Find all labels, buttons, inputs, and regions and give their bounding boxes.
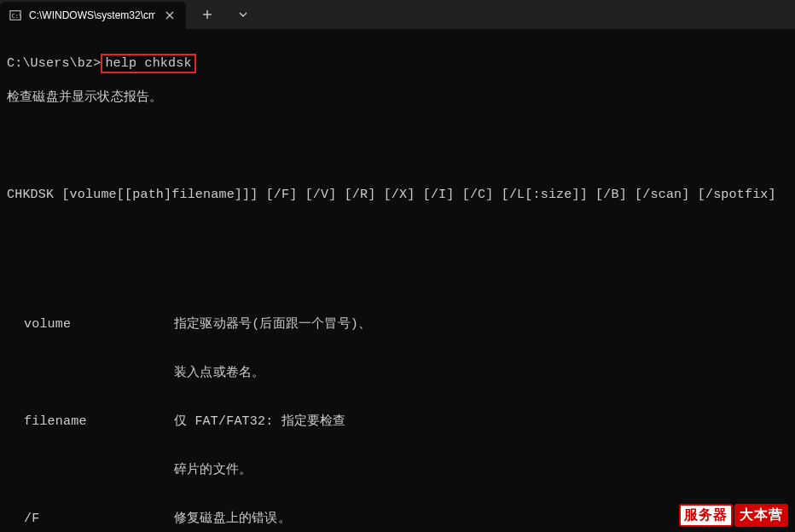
option-row: filename仅 FAT/FAT32: 指定要检查	[24, 413, 788, 430]
prompt-path: C:\Users\bz>	[7, 55, 101, 72]
option-row: /F修复磁盘上的错误。	[24, 511, 788, 527]
prompt-line: C:\Users\bz>help chkdsk	[7, 54, 788, 73]
option-name: /F	[24, 511, 174, 527]
new-tab-button[interactable]	[194, 2, 220, 27]
command-highlight: help chkdsk	[101, 54, 195, 73]
option-row: volume指定驱动器号(后面跟一个冒号)、	[24, 316, 788, 332]
prompt-command: help chkdsk	[105, 56, 191, 71]
option-table: volume指定驱动器号(后面跟一个冒号)、 装入点或卷名。 filename仅…	[7, 284, 788, 532]
description-line: 检查磁盘并显示状态报告。	[7, 90, 788, 106]
active-tab[interactable]: C:\ C:\WINDOWS\system32\cmd.	[0, 2, 186, 29]
tab-actions	[186, 0, 256, 29]
option-desc: 指定驱动器号(后面跟一个冒号)、	[174, 316, 788, 332]
terminal-output[interactable]: C:\Users\bz>help chkdsk 检查磁盘并显示状态报告。 CHK…	[0, 29, 795, 532]
watermark-part1: 服务器	[679, 504, 733, 527]
syntax-line: CHKDSK [volume[[path]filename]]] [/F] [/…	[7, 187, 788, 203]
watermark: 服务器大本营	[679, 504, 788, 527]
option-name: volume	[24, 316, 174, 332]
tab-dropdown-button[interactable]	[230, 2, 256, 27]
cmd-icon: C:\	[9, 9, 22, 22]
tab-title: C:\WINDOWS\system32\cmd.	[29, 9, 155, 21]
close-icon[interactable]	[162, 8, 177, 23]
option-name: filename	[24, 413, 174, 430]
option-desc: 仅 FAT/FAT32: 指定要检查	[174, 413, 788, 430]
titlebar: C:\ C:\WINDOWS\system32\cmd.	[0, 0, 795, 29]
watermark-part2: 大本营	[734, 504, 788, 527]
svg-text:C:\: C:\	[12, 13, 21, 20]
